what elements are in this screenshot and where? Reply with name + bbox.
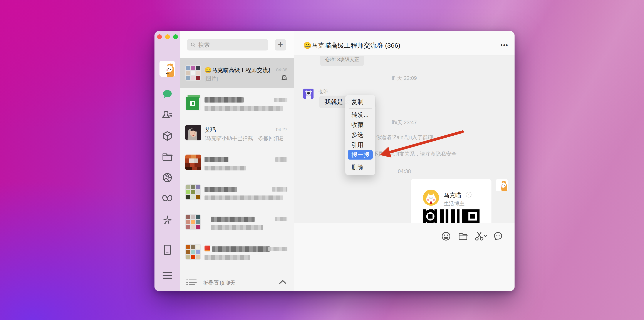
minimize-button[interactable] [165,34,170,39]
chat-name-redacted [204,96,244,103]
emoji-button[interactable] [441,231,451,241]
sender-avatar[interactable] [303,89,314,99]
cube-icon [162,131,172,141]
green-app-avatar [185,95,201,111]
chat-history-button[interactable] [493,231,503,241]
chat-time: 04:38 [276,67,288,73]
chat-name-redacted [211,215,254,222]
chat-name-redacted [204,245,270,252]
list-item-redacted[interactable] [180,88,294,118]
conversation-list: 🤐马克喵高级工程师交流群 04:38 [图片] [180,58,294,273]
chat-time-redacted [272,187,288,192]
chat-preview: [马克喵小助手已拦截一条撤回消息]... [204,135,283,142]
menu-item-forward[interactable]: 转发... [345,110,375,120]
own-avatar[interactable] [496,179,508,191]
menu-item-multiselect[interactable]: 多选 [345,130,375,140]
chat-time-redacted [275,157,288,162]
menu-item-copy[interactable]: 复制 [345,97,375,107]
chevron-up-icon[interactable] [279,280,286,284]
fold-row-label: 折叠置顶聊天 [203,279,236,286]
menu-item-delete[interactable]: 删除 [345,162,375,172]
red-emoji-prefix [204,245,210,251]
contacts-icon [162,110,172,120]
channels-tab[interactable] [154,193,180,204]
cat-avatar-image [160,61,175,77]
qr-code [424,209,480,223]
photo-avatar [185,125,201,140]
chat-preview-redacted [204,254,250,260]
scissors-icon [474,231,488,241]
screenshot-button[interactable] [474,231,488,241]
butterfly-icon [162,194,173,203]
list-item-redacted[interactable] [180,148,294,177]
shared-profile-card[interactable]: 马克喵 ✓ 生活博主 [411,179,492,223]
search-input[interactable] [198,41,262,49]
chat-time-redacted [275,216,288,222]
aperture-icon [162,173,172,183]
list-icon [186,279,197,286]
more-tab[interactable] [154,270,180,281]
chat-name: 🤐马克喵高级工程师交流群 [204,66,270,74]
moments-tab[interactable] [154,172,180,183]
card-subtitle: 生活博主 [444,200,464,207]
list-item-redacted[interactable] [180,237,294,267]
list-item-group-selected[interactable]: 🤐马克喵高级工程师交流群 04:38 [图片] [180,58,294,88]
zoom-button[interactable] [173,34,178,39]
menu-item-favorite[interactable]: 收藏 [345,120,375,130]
quoted-message-bubble[interactable]: 仓唯: 3块钱人正 [320,56,364,66]
system-message: 其他人都不是微信朋友关系，请注意隐私安全 [294,150,514,157]
message-history: 仓唯: 3块钱人正 昨天 22:09 仓唯 我就是 3块钱 昨天 23:47 你… [294,56,514,223]
chat-time-redacted [274,97,288,102]
chats-tab[interactable] [154,89,180,100]
chat-list-panel: + 🤐马克喵高级工程师交流群 04:38 [图片] [180,31,294,291]
search-tab[interactable] [154,214,180,225]
hamburger-menu-icon [162,272,172,279]
pixelated-avatar [185,155,201,170]
folder-icon [458,232,468,240]
folder-icon [162,152,172,161]
menu-divider [349,108,372,109]
chat-header: 🤐马克喵高级工程师交流群 (366) ••• [294,31,514,56]
file-button[interactable] [458,231,468,241]
context-menu: 复制 转发... 收藏 多选 引用 搜一搜 删除 [345,95,375,175]
search-box[interactable] [187,39,268,51]
group-grid-avatar [185,65,201,81]
muted-bell-icon [281,75,288,81]
phone-tab[interactable] [154,244,180,255]
wechat-window: + 🤐马克喵高级工程师交流群 04:38 [图片] [154,31,514,291]
chat-name: 艾玛 [204,126,216,134]
list-item-redacted[interactable] [180,207,294,237]
more-options-button[interactable]: ••• [500,42,508,49]
user-avatar[interactable] [160,61,175,77]
group-grid-avatar [185,184,201,200]
verified-badge-icon: ✓ [466,192,472,197]
chat-preview-redacted [211,224,263,230]
chat-name-redacted [204,156,228,163]
list-item-redacted[interactable] [180,177,294,207]
close-button[interactable] [157,34,162,39]
chat-bubble-icon [162,89,172,99]
sender-name: 仓唯 [318,88,328,95]
chat-preview-redacted [204,165,246,171]
card-name: 马克喵 [444,191,461,199]
chat-preview-redacted [204,105,283,111]
group-grid-avatar [185,214,201,230]
timestamp: 04:38 [294,168,514,174]
chat-name-redacted [204,186,237,192]
chat-title: 🤐马克喵高级工程师交流群 (366) [303,41,400,50]
contacts-tab[interactable] [154,110,180,121]
chat-files-tab[interactable] [154,151,180,162]
list-item-aima[interactable]: 艾玛 04:27 [马克喵小助手已拦截一条撤回消息]... [180,118,294,148]
menu-divider [349,161,372,161]
menu-item-quote[interactable]: 引用 [345,140,375,150]
chat-list-header: + [180,31,294,58]
chat-preview-redacted [204,194,283,200]
chat-preview: [图片] [204,75,218,82]
add-chat-button[interactable]: + [275,39,286,51]
favorites-tab[interactable] [154,131,180,142]
message-input-area[interactable] [294,223,514,291]
menu-item-search-highlighted[interactable]: 搜一搜 [348,150,373,160]
chat-time-redacted [268,246,288,251]
fold-pinned-chats-row[interactable]: 折叠置顶聊天 [180,273,294,291]
timestamp: 昨天 22:09 [294,75,514,82]
